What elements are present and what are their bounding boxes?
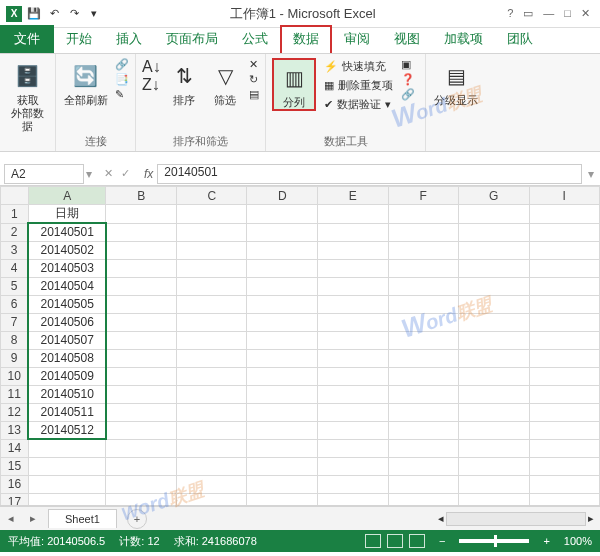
zoom-in-icon[interactable]: + xyxy=(543,535,549,547)
cell[interactable]: 20140511 xyxy=(28,403,106,421)
cancel-formula-icon[interactable]: ✕ xyxy=(104,167,113,180)
maximize-icon[interactable]: □ xyxy=(564,7,571,20)
cell[interactable] xyxy=(529,349,599,367)
row-header[interactable]: 14 xyxy=(1,439,29,457)
cell[interactable] xyxy=(318,439,389,457)
cell[interactable] xyxy=(388,295,458,313)
cell[interactable] xyxy=(459,313,530,331)
formula-input[interactable]: 20140501 xyxy=(157,164,582,184)
cell[interactable] xyxy=(459,241,530,259)
clear-filter-icon[interactable]: ✕ xyxy=(249,58,259,71)
text-to-columns-button[interactable]: ▥ 分列 xyxy=(272,58,316,111)
add-sheet-button[interactable]: + xyxy=(127,509,147,529)
row-header[interactable]: 11 xyxy=(1,385,29,403)
cell[interactable] xyxy=(106,277,177,295)
cell[interactable] xyxy=(318,493,389,506)
cell[interactable] xyxy=(106,403,177,421)
tab-insert[interactable]: 插入 xyxy=(104,26,154,53)
cell[interactable] xyxy=(176,277,247,295)
cell[interactable] xyxy=(247,295,318,313)
cell[interactable] xyxy=(388,493,458,506)
cell[interactable] xyxy=(247,349,318,367)
cell[interactable] xyxy=(247,421,318,439)
cell[interactable] xyxy=(176,349,247,367)
cell[interactable] xyxy=(388,331,458,349)
cell[interactable] xyxy=(106,475,177,493)
cell[interactable] xyxy=(388,259,458,277)
flash-fill-button[interactable]: ⚡ 快速填充 xyxy=(322,58,395,75)
cell[interactable] xyxy=(529,241,599,259)
cell[interactable] xyxy=(106,295,177,313)
cell[interactable] xyxy=(318,223,389,241)
cell[interactable] xyxy=(529,223,599,241)
cell[interactable] xyxy=(318,457,389,475)
cell[interactable] xyxy=(388,475,458,493)
cell[interactable] xyxy=(459,439,530,457)
cell[interactable] xyxy=(106,367,177,385)
refresh-all-button[interactable]: 🔄 全部刷新 xyxy=(62,58,109,107)
cell[interactable] xyxy=(459,421,530,439)
scroll-right-icon[interactable]: ▸ xyxy=(588,512,594,525)
tab-view[interactable]: 视图 xyxy=(382,26,432,53)
cell[interactable] xyxy=(176,241,247,259)
view-buttons[interactable] xyxy=(365,534,425,548)
horizontal-scrollbar[interactable]: ◂ ▸ xyxy=(147,512,600,526)
cell[interactable] xyxy=(459,349,530,367)
sort-desc-icon[interactable]: Z↓ xyxy=(142,76,161,94)
cell[interactable] xyxy=(529,259,599,277)
namebox-dropdown-icon[interactable]: ▾ xyxy=(84,167,94,181)
cell[interactable] xyxy=(106,205,177,224)
reapply-icon[interactable]: ↻ xyxy=(249,73,259,86)
cell[interactable] xyxy=(529,205,599,224)
row-header[interactable]: 1 xyxy=(1,205,29,224)
tab-team[interactable]: 团队 xyxy=(495,26,545,53)
cell[interactable] xyxy=(106,313,177,331)
cell[interactable] xyxy=(28,457,106,475)
sort-button[interactable]: ⇅ 排序 xyxy=(167,58,202,107)
cell[interactable] xyxy=(106,457,177,475)
worksheet[interactable]: A B C D E F G I 1日期220140501320140502420… xyxy=(0,186,600,506)
cell[interactable] xyxy=(106,349,177,367)
cell[interactable]: 日期 xyxy=(28,205,106,224)
cell[interactable] xyxy=(176,259,247,277)
save-icon[interactable]: 💾 xyxy=(26,6,42,22)
scroll-left-icon[interactable]: ◂ xyxy=(438,512,444,525)
zoom-slider[interactable] xyxy=(459,539,529,543)
cell[interactable] xyxy=(176,331,247,349)
cell[interactable] xyxy=(28,493,106,506)
cell[interactable] xyxy=(529,475,599,493)
cell[interactable]: 20140509 xyxy=(28,367,106,385)
whatif-icon[interactable]: ❓ xyxy=(401,73,415,86)
cell[interactable] xyxy=(176,493,247,506)
col-header-A[interactable]: A xyxy=(28,187,106,205)
cell[interactable]: 20140502 xyxy=(28,241,106,259)
cell[interactable]: 20140510 xyxy=(28,385,106,403)
cell[interactable] xyxy=(459,259,530,277)
cell[interactable] xyxy=(318,331,389,349)
page-layout-view-icon[interactable] xyxy=(387,534,403,548)
cell[interactable] xyxy=(459,493,530,506)
row-header[interactable]: 3 xyxy=(1,241,29,259)
cell[interactable]: 20140506 xyxy=(28,313,106,331)
cell[interactable] xyxy=(459,457,530,475)
cell[interactable] xyxy=(529,403,599,421)
row-header[interactable]: 9 xyxy=(1,349,29,367)
cell[interactable] xyxy=(529,295,599,313)
col-header-D[interactable]: D xyxy=(247,187,318,205)
cell[interactable] xyxy=(318,295,389,313)
minimize-icon[interactable]: — xyxy=(543,7,554,20)
cell[interactable] xyxy=(176,403,247,421)
cell[interactable] xyxy=(529,439,599,457)
cell[interactable] xyxy=(176,223,247,241)
cell[interactable] xyxy=(318,277,389,295)
cell[interactable] xyxy=(529,421,599,439)
cell[interactable] xyxy=(176,313,247,331)
relationships-icon[interactable]: 🔗 xyxy=(401,88,415,101)
sheet-tab[interactable]: Sheet1 xyxy=(48,509,117,528)
tab-formulas[interactable]: 公式 xyxy=(230,26,280,53)
cell[interactable] xyxy=(247,439,318,457)
cell[interactable] xyxy=(106,223,177,241)
cell[interactable] xyxy=(529,277,599,295)
tab-layout[interactable]: 页面布局 xyxy=(154,26,230,53)
cell[interactable] xyxy=(459,403,530,421)
